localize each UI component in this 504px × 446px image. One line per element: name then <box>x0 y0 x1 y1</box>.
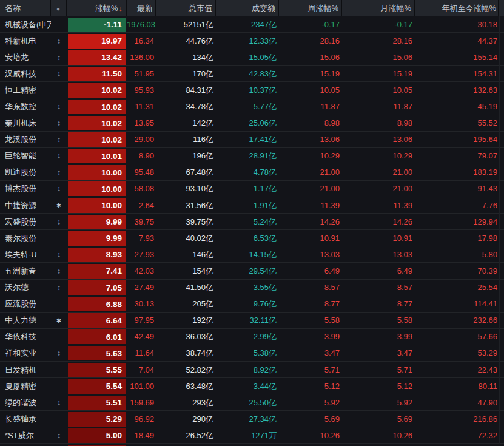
change-bar-cell: 5.00 <box>67 427 127 444</box>
scrollbar-gutter[interactable] <box>499 378 504 394</box>
table-row[interactable]: 汉威科技↕11.5051.95170亿42.83亿15.1915.19154.3… <box>0 66 504 82</box>
table-row[interactable]: 泰尔股份9.997.9340.02亿6.53亿10.9110.9117.98 <box>0 230 504 246</box>
scrollbar-gutter[interactable] <box>499 197 504 214</box>
table-row[interactable]: 华依科技6.0142.4936.03亿2.99亿3.993.9957.66 <box>0 329 504 345</box>
col-header-marker[interactable]: ● <box>51 0 67 16</box>
table-row[interactable]: 长盛轴承5.2996.92290亿27.34亿5.695.69216.86 <box>0 411 504 427</box>
scrollbar-gutter[interactable] <box>499 329 504 345</box>
index-change-bar: -1.11 <box>68 18 126 32</box>
table-row[interactable]: 巨轮智能↕10.018.90196亿28.91亿10.2910.2979.07 <box>0 148 504 164</box>
scrollbar-gutter[interactable] <box>499 345 504 362</box>
table-row[interactable]: 博杰股份↕10.0058.0893.10亿1.17亿21.0021.0091.4… <box>0 181 504 197</box>
table-row[interactable]: 夏厦精密5.54101.0063.48亿3.44亿5.125.1280.11 <box>0 378 504 394</box>
updown-arrow-icon: ↕ <box>51 50 67 66</box>
stock-name-label: 中大力德 <box>5 313 36 328</box>
latest-price: 11.31 <box>127 99 156 115</box>
table-row[interactable]: 中大力德✱6.6497.95192亿32.11亿5.585.58232.66 <box>0 313 504 329</box>
scrollbar-gutter[interactable] <box>499 82 504 98</box>
scrollbar-gutter[interactable] <box>499 66 504 82</box>
week-change: 13.06 <box>279 132 342 147</box>
col-header-week[interactable]: 周涨幅% <box>279 0 342 16</box>
latest-price: 27.93 <box>127 247 156 263</box>
table-row[interactable]: *ST威尔↕5.0018.4926.52亿1271万10.2610.2672.3… <box>0 427 504 444</box>
scrollbar-gutter[interactable] <box>499 362 504 378</box>
market-cap: 116亿 <box>156 132 216 147</box>
table-row[interactable]: 埃夫特-U↕8.9327.93146亿14.15亿13.0313.035.80 <box>0 246 504 263</box>
scrollbar-gutter[interactable] <box>499 16 504 33</box>
change-percent-bar: 10.02 <box>68 83 126 98</box>
table-row[interactable]: 五洲新春↕7.4142.03154亿29.54亿6.496.4970.39 <box>0 263 504 279</box>
change-bar-cell: 7.41 <box>67 263 127 279</box>
change-bar-cell: 5.51 <box>67 394 127 411</box>
scrollbar-gutter[interactable] <box>499 394 504 411</box>
scrollbar-gutter[interactable] <box>499 214 504 230</box>
updown-arrow-icon: ↕ <box>51 33 67 49</box>
change-percent-bar: 10.02 <box>68 132 126 147</box>
scrollbar-gutter[interactable] <box>499 98 504 115</box>
table-row[interactable]: 应流股份6.8830.13205亿9.76亿8.778.77114.41 <box>0 296 504 313</box>
market-cap: 84.31亿 <box>156 83 216 98</box>
scrollbar-gutter[interactable] <box>499 181 504 197</box>
ytd-change: 183.19 <box>415 164 499 180</box>
table-row[interactable]: 中捷资源✱10.002.6431.56亿1.91亿11.3911.397.76 <box>0 197 504 214</box>
scrollbar-gutter[interactable] <box>499 263 504 279</box>
scrollbar-gutter[interactable] <box>499 313 504 329</box>
change-bar-cell: 10.02 <box>67 98 127 115</box>
scrollbar-gutter[interactable] <box>499 33 504 49</box>
table-row[interactable]: 华东数控↕10.0211.3134.78亿5.77亿11.8711.8745.1… <box>0 98 504 115</box>
market-cap: 142亿 <box>156 115 216 131</box>
market-cap: 31.56亿 <box>156 198 216 214</box>
month-change: 10.29 <box>342 148 415 164</box>
change-percent-bar: 9.99 <box>68 215 126 229</box>
stock-name: 安培龙 <box>0 50 51 66</box>
table-row[interactable]: 沃尔德↕7.0527.4941.50亿3.55亿8.578.5725.54 <box>0 280 504 296</box>
table-row[interactable]: 日发精机5.557.0452.82亿8.92亿5.715.7122.43 <box>0 362 504 378</box>
market-cap: 154亿 <box>156 263 216 279</box>
ytd-change: 80.11 <box>415 379 499 394</box>
table-row[interactable]: 绿的谐波↕5.51159.69293亿25.50亿5.925.9247.90 <box>0 394 504 411</box>
scrollbar-gutter[interactable] <box>499 132 504 148</box>
scrollbar-gutter[interactable] <box>499 230 504 246</box>
col-header-month[interactable]: 月涨幅% <box>342 0 415 16</box>
table-row[interactable]: 安培龙↕13.42136.00134亿15.05亿15.0615.06155.1… <box>0 49 504 66</box>
change-bar-cell <box>67 444 127 446</box>
col-header-latest[interactable]: 最新 <box>127 0 156 16</box>
scrollbar-gutter[interactable] <box>499 246 504 263</box>
col-header-ytd[interactable]: 年初至今涨幅% <box>415 0 499 16</box>
table-row[interactable]: 龙溪股份↕10.0229.00116亿17.41亿13.0613.06195.6… <box>0 132 504 148</box>
scrollbar-gutter[interactable] <box>499 427 504 444</box>
scrollbar-gutter[interactable] <box>499 411 504 427</box>
scrollbar-gutter[interactable] <box>499 115 504 132</box>
col-header-name[interactable]: 名称 <box>0 0 51 16</box>
change-bar-cell: 10.02 <box>67 82 127 98</box>
updown-arrow-icon: ↕ <box>51 181 67 197</box>
change-bar-cell: 5.54 <box>67 378 127 394</box>
change-bar-cell: 9.99 <box>67 230 127 246</box>
scrollbar-gutter[interactable] <box>499 49 504 66</box>
col-header-mktcap[interactable]: 总市值 <box>156 0 216 16</box>
table-row[interactable]: 秦川机床↕10.0213.95142亿25.06亿8.988.9855.52 <box>0 115 504 132</box>
table-row[interactable]: 恒工精密10.0295.9384.31亿10.37亿10.0510.05132.… <box>0 82 504 98</box>
table-row[interactable]: 凯迪股份↕10.0095.4867.48亿4.78亿21.0021.00183.… <box>0 164 504 181</box>
change-percent-bar: 10.02 <box>68 116 126 130</box>
scrollbar-gutter[interactable] <box>499 164 504 181</box>
table-row-partial[interactable] <box>0 444 504 446</box>
col-header-change[interactable]: 涨幅%↓ <box>67 0 127 16</box>
col-header-turnover[interactable]: 成交额 <box>216 0 279 16</box>
stock-name: 博杰股份 <box>0 181 51 197</box>
table-row[interactable]: 科新机电↕19.9716.3444.76亿12.33亿28.1628.1644.… <box>0 33 504 49</box>
updown-arrow-icon: ↕ <box>51 132 67 147</box>
latest-price: 7.04 <box>127 362 156 378</box>
month-change: 8.98 <box>342 115 415 131</box>
latest-price: 58.08 <box>127 181 156 197</box>
table-row[interactable]: 宏盛股份↕9.9939.7539.75亿5.24亿14.2614.26129.9… <box>0 214 504 230</box>
index-row[interactable]: 机械设备(申万-1.111976.0352151亿2347亿-0.17-0.17… <box>0 16 504 33</box>
scrollbar-gutter[interactable] <box>499 148 504 164</box>
scrollbar-gutter[interactable] <box>499 280 504 296</box>
change-bar-cell: 6.64 <box>67 313 127 329</box>
table-row[interactable]: 祥和实业↕5.6311.6438.74亿5.38亿3.473.4753.29 <box>0 345 504 362</box>
market-cap: 34.78亿 <box>156 99 216 115</box>
scrollbar-gutter[interactable] <box>499 296 504 313</box>
stock-name-label: 应流股份 <box>5 296 36 312</box>
market-cap: 67.48亿 <box>156 164 216 180</box>
